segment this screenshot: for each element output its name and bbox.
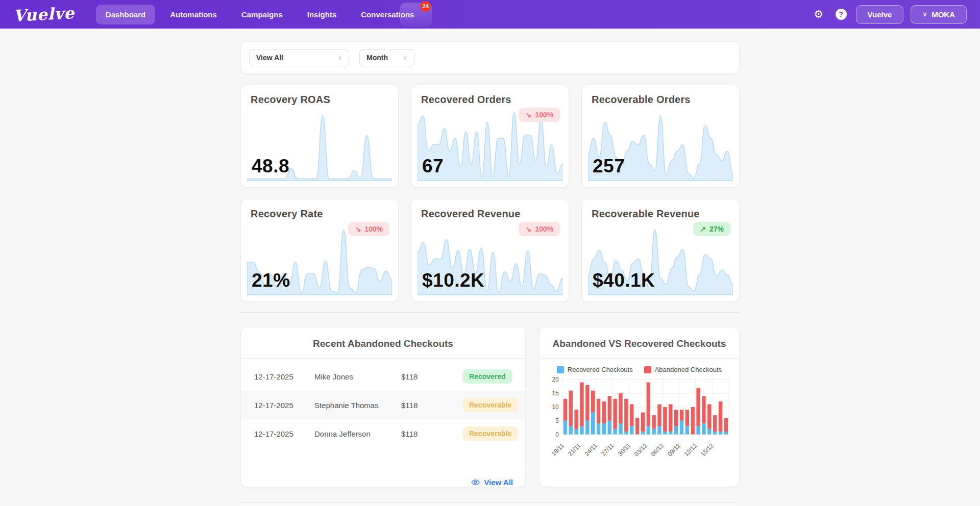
svg-text:20: 20 bbox=[552, 376, 559, 383]
table-title: Recent Abandoned Checkouts bbox=[241, 327, 525, 358]
checkout-amount: $118 bbox=[401, 429, 462, 438]
abandoned-vs-recovered-card: Abandoned VS Recovered Checkouts Recover… bbox=[539, 327, 740, 487]
trend-badge: ↘ 100% bbox=[519, 108, 560, 122]
table-footer: View All bbox=[241, 468, 525, 487]
header-actions: ⚙ ? Vuelve ∨ MOKA bbox=[811, 5, 967, 24]
metric-card-recovered-orders: Recovered Orders ↘ 100% 67 bbox=[411, 85, 569, 188]
chart-legend: Recovered Checkouts Abandoned Checkouts bbox=[540, 359, 739, 375]
recent-checkouts-card: Recent Abandoned Checkouts 12-17-2025 Mi… bbox=[240, 327, 526, 487]
nav-item-automations[interactable]: Automations bbox=[160, 5, 227, 24]
trend-down-icon: ↘ bbox=[525, 111, 531, 119]
checkout-table: 12-17-2025 Mike Jones $118 Recovered 12-… bbox=[241, 359, 525, 468]
period-filter-select[interactable]: Month ∨ bbox=[359, 49, 414, 66]
legend-swatch-blue bbox=[557, 366, 564, 373]
settings-gear-icon[interactable]: ⚙ bbox=[811, 7, 826, 22]
svg-text:12/12: 12/12 bbox=[683, 442, 699, 458]
table-row: 12-17-2025 Donna Jefferson $118 Recovera… bbox=[241, 419, 525, 448]
metric-card-recovery-rate: Recovery Rate ↘ 100% 21% bbox=[240, 199, 399, 302]
account-menu-button[interactable]: ∨ MOKA bbox=[911, 5, 967, 24]
chart-title: Abandoned VS Recovered Checkouts bbox=[540, 327, 739, 358]
svg-text:27/11: 27/11 bbox=[600, 442, 616, 458]
metric-title: Recoverable Orders bbox=[592, 94, 729, 106]
metric-value: $40.1K bbox=[593, 270, 655, 291]
vuelve-logo: Vuelve bbox=[13, 4, 75, 25]
svg-text:24/11: 24/11 bbox=[583, 442, 599, 458]
checkout-date: 12-17-2025 bbox=[254, 372, 314, 381]
filter-bar: View All ∨ Month ∨ bbox=[240, 41, 740, 74]
metric-title: Recovered Orders bbox=[421, 94, 559, 106]
svg-text:15/12: 15/12 bbox=[699, 442, 715, 458]
legend-item-abandoned: Abandoned Checkouts bbox=[644, 366, 722, 373]
svg-text:30/11: 30/11 bbox=[617, 442, 632, 458]
table-row: 12-17-2025 Mike Jones $118 Recovered bbox=[241, 362, 525, 391]
metric-card-recovered-revenue: Recovered Revenue ↘ 100% $10.2K bbox=[411, 199, 569, 302]
chevron-down-icon: ∨ bbox=[337, 54, 342, 61]
metric-value: 48.8 bbox=[252, 156, 289, 177]
metric-card-recovery-roas: Recovery ROAS 48.8 bbox=[240, 85, 399, 188]
trend-badge: ↘ 100% bbox=[519, 222, 560, 236]
conversations-count-badge: 24 bbox=[420, 1, 431, 12]
status-badge: Recoverable bbox=[462, 398, 518, 412]
metric-title: Recoverable Revenue bbox=[592, 208, 729, 220]
help-icon[interactable]: ? bbox=[834, 7, 849, 22]
nav-item-conversations[interactable]: Conversations 24 bbox=[351, 5, 424, 24]
view-filter-select[interactable]: View All ∨ bbox=[249, 49, 349, 66]
customer-name: Mike Jones bbox=[314, 372, 401, 381]
checkout-date: 12-17-2025 bbox=[254, 429, 314, 438]
customer-name: Donna Jefferson bbox=[314, 429, 401, 438]
trend-down-icon: ↘ bbox=[525, 225, 531, 233]
metric-value: $10.2K bbox=[422, 270, 484, 291]
trend-badge: ↗ 27% bbox=[693, 222, 730, 236]
bottom-row: Recent Abandoned Checkouts 12-17-2025 Mi… bbox=[240, 327, 740, 487]
svg-text:15: 15 bbox=[552, 390, 559, 397]
metric-value: 67 bbox=[422, 156, 444, 177]
svg-text:09/12: 09/12 bbox=[666, 442, 682, 458]
svg-text:03/12: 03/12 bbox=[633, 442, 649, 458]
svg-text:21/11: 21/11 bbox=[567, 442, 582, 458]
chevron-down-icon: ∨ bbox=[922, 11, 927, 18]
customer-name: Stephanie Thomas bbox=[314, 401, 401, 410]
table-row: 12-17-2025 Stephanie Thomas $118 Recover… bbox=[241, 391, 525, 419]
dashboard-main: View All ∨ Month ∨ Recovery ROAS 48.8 Re… bbox=[240, 41, 740, 502]
checkout-date: 12-17-2025 bbox=[254, 401, 314, 410]
metric-value: 21% bbox=[252, 270, 290, 291]
svg-text:06/12: 06/12 bbox=[649, 442, 665, 458]
legend-item-recovered: Recovered Checkouts bbox=[557, 366, 633, 373]
chevron-down-icon: ∨ bbox=[403, 54, 407, 61]
metric-title: Recovery ROAS bbox=[251, 94, 388, 106]
stacked-bar-chart: 0510152018/1121/1124/1127/1130/1103/1206… bbox=[540, 375, 739, 464]
status-badge: Recoverable bbox=[462, 426, 518, 441]
metric-title: Recovered Revenue bbox=[421, 208, 559, 220]
main-nav: Dashboard Automations Campaigns Insights… bbox=[96, 5, 424, 24]
trend-badge: ↘ 100% bbox=[348, 222, 389, 236]
metric-title: Recovery Rate bbox=[251, 208, 388, 220]
metric-value: 257 bbox=[593, 156, 625, 177]
nav-item-dashboard[interactable]: Dashboard bbox=[96, 5, 155, 24]
status-badge: Recovered bbox=[462, 369, 512, 384]
app-header: Vuelve Dashboard Automations Campaigns I… bbox=[0, 0, 980, 29]
svg-text:18/11: 18/11 bbox=[550, 442, 566, 458]
legend-swatch-red bbox=[644, 366, 651, 373]
nav-item-insights[interactable]: Insights bbox=[298, 5, 347, 24]
section-divider bbox=[240, 312, 740, 313]
checkout-amount: $118 bbox=[401, 372, 462, 381]
workspace-button[interactable]: Vuelve bbox=[856, 5, 904, 24]
svg-text:0: 0 bbox=[555, 431, 559, 438]
trend-down-icon: ↘ bbox=[355, 225, 361, 233]
svg-text:10: 10 bbox=[552, 403, 559, 411]
metric-card-recoverable-orders: Recoverable Orders 257 bbox=[581, 85, 740, 188]
trend-up-icon: ↗ bbox=[700, 225, 706, 233]
metric-card-recoverable-revenue: Recoverable Revenue ↗ 27% $40.1K bbox=[581, 199, 740, 302]
metric-grid: Recovery ROAS 48.8 Recovered Orders ↘ 10… bbox=[240, 85, 740, 302]
eye-icon bbox=[471, 478, 480, 487]
bottom-divider bbox=[240, 502, 740, 502]
checkout-amount: $118 bbox=[401, 401, 462, 410]
view-all-link[interactable]: View All bbox=[471, 478, 513, 487]
svg-text:5: 5 bbox=[555, 417, 559, 424]
nav-item-campaigns[interactable]: Campaigns bbox=[232, 5, 292, 24]
